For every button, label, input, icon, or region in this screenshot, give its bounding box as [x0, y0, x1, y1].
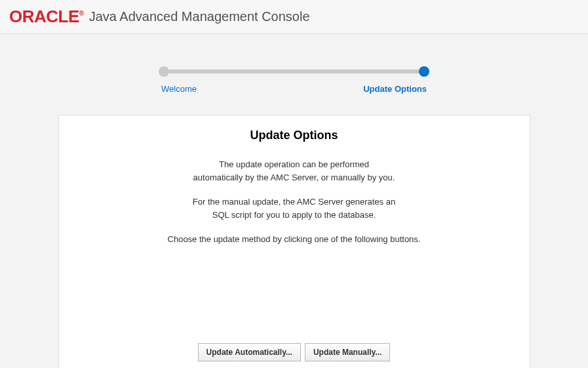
progress-step-welcome-label[interactable]: Welcome [161, 84, 197, 94]
panel-text-line: automatically by the AMC Server, or manu… [79, 171, 510, 184]
wizard-progress: Welcome Update Options [0, 34, 588, 115]
panel-heading: Update Options [79, 129, 510, 142]
progress-step-update-options-label[interactable]: Update Options [363, 84, 427, 94]
progress-step-welcome-dot [159, 66, 169, 77]
panel-text-line: SQL script for you to apply to the datab… [79, 209, 510, 222]
panel-text-line: Choose the update method by clicking one… [79, 233, 510, 246]
progress-line [161, 70, 427, 73]
update-manually-button[interactable]: Update Manually... [305, 343, 390, 361]
header-bar: ORACLE® Java Advanced Management Console [0, 0, 588, 34]
oracle-logo: ORACLE® [9, 7, 84, 27]
update-options-panel: Update Options The update operation can … [58, 115, 530, 368]
panel-text-line: The update operation can be performed [79, 158, 510, 171]
button-row: Update Automatically... Update Manually.… [79, 343, 510, 361]
panel-text-line: For the manual update, the AMC Server ge… [79, 195, 510, 209]
progress-step-update-options-dot [419, 66, 429, 77]
header-title: Java Advanced Management Console [89, 9, 310, 24]
update-automatically-button[interactable]: Update Automatically... [198, 343, 301, 361]
